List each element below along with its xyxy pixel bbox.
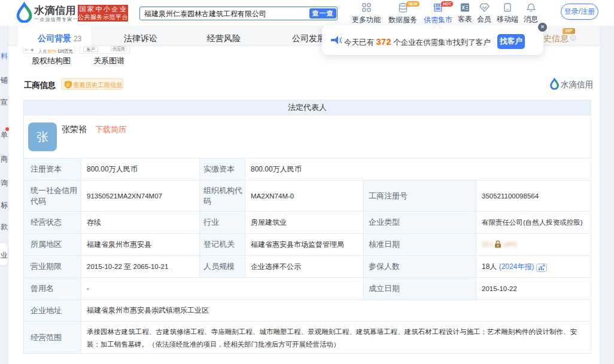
svg-text:企: 企 bbox=[66, 82, 71, 87]
